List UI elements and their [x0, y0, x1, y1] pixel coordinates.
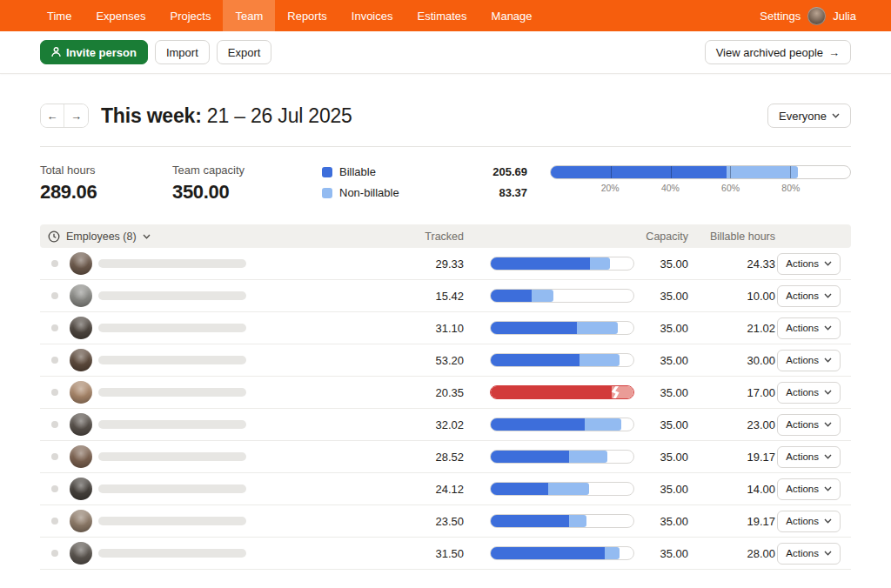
- team-capacity-value: 350.00: [172, 181, 322, 204]
- billable-fill: [551, 166, 727, 178]
- table-row: 29.33 35.00 24.33 Actions: [40, 248, 851, 280]
- employee-name-placeholder: [98, 324, 246, 332]
- actions-button[interactable]: Actions: [777, 253, 841, 275]
- nav-item-projects[interactable]: Projects: [158, 0, 224, 31]
- employees-header-dropdown[interactable]: Employees (8): [40, 231, 385, 243]
- table-header: Employees (8) Tracked Capacity Billable …: [40, 224, 851, 248]
- actions-label: Actions: [786, 419, 819, 430]
- top-nav: TimeExpensesProjectsTeamReportsInvoicesE…: [0, 0, 891, 31]
- employee-avatar[interactable]: [70, 413, 92, 436]
- everyone-filter-dropdown[interactable]: Everyone: [767, 104, 851, 128]
- table-row: 24.12 35.00 14.00 Actions: [40, 473, 851, 505]
- status-dot-icon: [51, 389, 58, 396]
- nav-item-team[interactable]: Team: [223, 0, 275, 31]
- billable-hours-value: 14.00: [688, 483, 775, 496]
- total-hours-stat: Total hours 289.06: [40, 164, 172, 204]
- nav-item-reports[interactable]: Reports: [275, 0, 339, 31]
- legend-item: Non-billable: [322, 186, 437, 199]
- status-dot-icon: [51, 518, 58, 525]
- progress-tick-label: 40%: [661, 183, 680, 193]
- actions-button[interactable]: Actions: [777, 543, 841, 565]
- billable-fill: [491, 322, 577, 334]
- actions-button[interactable]: Actions: [777, 350, 841, 371]
- employee-avatar[interactable]: [70, 349, 92, 371]
- capacity-value: 35.00: [634, 290, 688, 303]
- employee-name-placeholder: [98, 388, 246, 397]
- employee-avatar[interactable]: [70, 478, 92, 500]
- capacity-value: 35.00: [634, 386, 688, 399]
- capacity-value: 35.00: [634, 418, 688, 431]
- employee-avatar[interactable]: [70, 510, 92, 532]
- table-row: 53.20 35.00 30.00 Actions: [40, 344, 851, 377]
- nav-item-expenses[interactable]: Expenses: [84, 0, 157, 31]
- employee-avatar[interactable]: [70, 252, 92, 275]
- nav-item-manage[interactable]: Manage: [479, 0, 545, 31]
- progress-notch: [790, 166, 791, 178]
- team-capacity-stat: Team capacity 350.00: [172, 164, 322, 204]
- employee-name-placeholder: [98, 420, 246, 429]
- week-header: ← → This week: 21 – 26 Jul 2025 Everyone: [40, 104, 851, 128]
- table-row: 15.42 35.00 10.00 Actions: [40, 280, 851, 312]
- billable-fill: [491, 483, 548, 495]
- actions-button[interactable]: Actions: [777, 478, 841, 500]
- billable-hours-value: 21.02: [688, 322, 775, 335]
- export-button[interactable]: Export: [217, 40, 272, 64]
- actions-button[interactable]: Actions: [777, 446, 841, 468]
- employee-avatar[interactable]: [70, 445, 92, 468]
- everyone-filter-label: Everyone: [779, 110, 827, 123]
- previous-week-button[interactable]: ←: [41, 104, 64, 127]
- nav-item-estimates[interactable]: Estimates: [405, 0, 479, 31]
- team-progress: 20%40%60%80%: [550, 164, 851, 195]
- employee-avatar[interactable]: [70, 317, 92, 339]
- tracked-hours-value: 24.12: [385, 483, 464, 496]
- billable-column-header: Billable hours: [688, 231, 775, 243]
- chevron-down-icon: [824, 486, 832, 491]
- employee-name-placeholder: [98, 452, 246, 461]
- employee-avatar[interactable]: [70, 542, 92, 565]
- legend: BillableNon-billable: [322, 164, 437, 199]
- import-button[interactable]: Import: [155, 40, 210, 64]
- actions-button[interactable]: Actions: [777, 414, 841, 436]
- actions-label: Actions: [786, 258, 819, 269]
- over-capacity-tear-icon: [611, 385, 621, 399]
- export-label: Export: [228, 46, 261, 59]
- settings-link[interactable]: Settings: [760, 10, 801, 23]
- billable-fill: [491, 515, 569, 527]
- table-row: 28.52 35.00 19.17 Actions: [40, 441, 851, 473]
- employee-name-placeholder: [98, 259, 246, 268]
- billable-hours-value: 23.00: [688, 418, 775, 431]
- nav-item-time[interactable]: Time: [35, 0, 84, 31]
- invite-person-button[interactable]: Invite person: [40, 40, 148, 64]
- billable-fill: [491, 257, 590, 270]
- actions-button[interactable]: Actions: [777, 285, 841, 307]
- hours-bar: [490, 385, 634, 399]
- employee-avatar[interactable]: [70, 284, 92, 307]
- chevron-down-icon: [824, 261, 832, 266]
- view-archived-button[interactable]: View archived people →: [705, 40, 851, 64]
- actions-button[interactable]: Actions: [777, 511, 841, 532]
- employee-name-placeholder: [98, 517, 246, 525]
- billable-hours-value: 19.17: [688, 515, 775, 528]
- actions-button[interactable]: Actions: [777, 317, 841, 339]
- hours-bar: [490, 450, 634, 464]
- status-dot-icon: [51, 421, 58, 428]
- capacity-column-header: Capacity: [634, 231, 688, 243]
- table-row: 32.02 35.00 23.00 Actions: [40, 409, 851, 441]
- hours-bar: [490, 482, 634, 496]
- user-name[interactable]: Julia: [833, 10, 856, 23]
- chevron-down-icon: [824, 325, 832, 331]
- week-title-bold: This week:: [101, 104, 202, 127]
- actions-label: Actions: [786, 387, 819, 398]
- summary-section: Total hours 289.06 Team capacity 350.00 …: [40, 164, 851, 204]
- chevron-down-icon: [824, 454, 832, 459]
- nav-item-invoices[interactable]: Invoices: [339, 0, 405, 31]
- total-hours-value: 289.06: [40, 181, 172, 204]
- user-avatar[interactable]: [807, 7, 826, 25]
- next-week-button[interactable]: →: [64, 104, 88, 127]
- page-title: This week: 21 – 26 Jul 2025: [101, 104, 352, 128]
- tracked-hours-value: 32.02: [385, 418, 464, 431]
- employee-avatar[interactable]: [70, 381, 92, 404]
- actions-button[interactable]: Actions: [777, 382, 841, 404]
- actions-label: Actions: [786, 516, 819, 526]
- chevron-down-icon: [832, 113, 840, 118]
